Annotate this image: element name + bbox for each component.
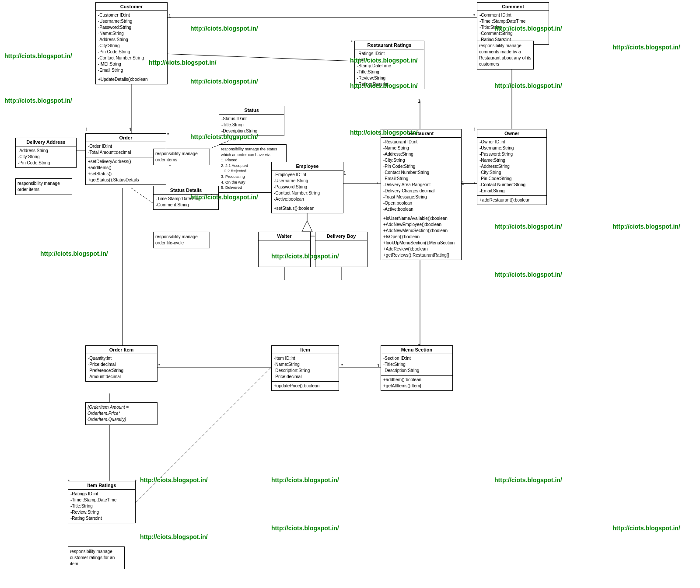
order-item-note: {OrderItem.Amount = OrderItem.Price* Ord… [85, 402, 158, 425]
watermark-6: http://ciots.blogspot.in/ [190, 194, 258, 201]
waiter-title: Waiter [259, 232, 310, 240]
comment-note: responsibility manage comments made by a… [477, 41, 534, 70]
mult-comment-star: * [473, 13, 475, 18]
watermark-21: http://ciots.blogspot.in/ [271, 525, 339, 532]
status-box: Status -Status ID:int -Title:String -Des… [219, 106, 284, 136]
watermark-9: http://ciots.blogspot.in/ [350, 82, 418, 89]
customer-methods: +UpdateDetails():boolean [96, 75, 167, 84]
item-ratings-box: Item Ratings -Ratings ID:int -Time :Stam… [68, 481, 136, 523]
status-title: Status [219, 106, 284, 115]
order-item-title: Order Item [86, 346, 157, 354]
watermark-14: http://ciots.blogspot.in/ [494, 82, 562, 89]
item-box: Item -Item ID:int -Name:String -Descript… [271, 345, 339, 391]
delivery-address-box: Delivery Address -Address:String -City:S… [15, 138, 77, 168]
watermark-2: http://ciots.blogspot.in/ [4, 97, 72, 104]
delivery-address-note: responsibility manage order items [15, 178, 72, 195]
watermark-18: http://ciots.blogspot.in/ [612, 223, 680, 230]
customer-title: Customer [96, 3, 167, 11]
order-item-box: Order Item -Quantity:int -Price:decimal … [85, 345, 158, 382]
menu-section-attributes: -Section ID:int -Title:String -Descripti… [381, 354, 452, 375]
mult-employee-1: 1 [343, 170, 346, 176]
watermark-5: http://ciots.blogspot.in/ [190, 133, 258, 140]
watermark-8: http://ciots.blogspot.in/ [40, 250, 108, 257]
watermark-22: http://ciots.blogspot.in/ [494, 477, 562, 484]
svg-marker-12 [302, 221, 312, 232]
watermark-3: http://ciots.blogspot.in/ [190, 25, 258, 32]
employee-box: Employee -Employee ID:int -Username:Stri… [271, 162, 343, 213]
owner-attributes: -Owner ID:int -Username:String -Password… [477, 138, 546, 195]
mult-order-1: 1 [129, 127, 132, 132]
svg-line-4 [131, 188, 153, 203]
watermark-19: http://ciots.blogspot.in/ [140, 477, 208, 484]
employee-attributes: -Employee ID:int -Username:String -Passw… [272, 170, 343, 204]
restaurant-box: Restaurant -Restaurant ID:int -Name:Stri… [381, 129, 462, 260]
item-ratings-note: responsibility manage customer ratings f… [68, 546, 125, 569]
comment-box: Comment -Comment ID:int -Time :Stamp:Dat… [477, 2, 549, 45]
mult-restaurant-ratings-star: * [351, 39, 353, 45]
watermark-17: http://ciots.blogspot.in/ [612, 44, 680, 51]
owner-title: Owner [477, 129, 546, 138]
mult-customer-order: 1 [168, 13, 171, 18]
menu-section-box: Menu Section -Section ID:int -Title:Stri… [381, 345, 453, 391]
item-title: Item [272, 346, 339, 354]
watermark-4: http://ciots.blogspot.in/ [190, 78, 258, 85]
menu-section-methods: +addItem():boolean +getAllItems():Item[] [381, 375, 452, 390]
mult-restaurantratings-1: 1 [418, 98, 420, 104]
owner-box: Owner -Owner ID:int -Username:String -Pa… [477, 129, 547, 205]
employee-methods: +setStatus():boolean [272, 204, 343, 213]
employee-title: Employee [272, 162, 343, 170]
mult-order-status-star: * [167, 132, 169, 137]
restaurant-methods: +IsUserNameAvailable():boolean +AddNewEm… [381, 214, 461, 260]
delivery-address-title: Delivery Address [16, 138, 76, 146]
item-ratings-attributes: -Ratings ID:int -Time :Stamp:DateTime -T… [68, 490, 135, 523]
restaurant-ratings-title: Restaurant Ratings [355, 41, 424, 49]
status-attributes: -Status ID:int -Title:String -Descriptio… [219, 115, 284, 136]
mult-comment-restaurant-1: 1 [473, 127, 476, 132]
order-title: Order [86, 134, 166, 142]
item-attributes: -Item ID:int -Name:String -Description:S… [272, 354, 339, 381]
item-ratings-title: Item Ratings [68, 481, 135, 490]
delivery-boy-title: Delivery Boy [315, 232, 367, 240]
mult-order-star: 1 [85, 127, 88, 132]
comment-title: Comment [477, 3, 549, 11]
owner-methods: +addRestaurant():boolean [477, 195, 546, 205]
menu-section-title: Menu Section [381, 346, 452, 354]
restaurant-attributes: -Restaurant ID:int -Name:String -Address… [381, 138, 461, 214]
order-note: responsibility manage order items [153, 149, 210, 165]
watermark-11: http://ciots.blogspot.in/ [350, 57, 418, 64]
order-item-attributes: -Quantity:int -Price:decimal -Preference… [86, 354, 157, 381]
watermark-12: http://ciots.blogspot.in/ [350, 129, 418, 136]
diagram-container: 1 * * 1 1 * * * 1 * * * 1 * * * * 1 1 * … [0, 0, 700, 588]
watermark-23: http://ciots.blogspot.in/ [612, 525, 680, 532]
watermark-24: http://ciots.blogspot.in/ [140, 533, 208, 540]
mult-owner-1: 1 [462, 181, 464, 186]
delivery-address-attributes: -Address:String -City:String -Pin Code:S… [16, 146, 76, 167]
customer-box: Customer -Customer ID:int -Username:Stri… [95, 2, 168, 84]
watermark-10: http://ciots.blogspot.in/ [149, 59, 217, 66]
waiter-box: Waiter [258, 232, 311, 267]
watermark-13: http://ciots.blogspot.in/ [494, 25, 562, 32]
watermark-20: http://ciots.blogspot.in/ [271, 477, 339, 484]
mult-item-star: * [341, 363, 343, 368]
delivery-boy-box: Delivery Boy [315, 232, 368, 267]
mult-orderitem-item-star: * [158, 363, 160, 368]
watermark-7: http://ciots.blogspot.in/ [271, 253, 339, 260]
mult-owner-restaurant-star: * [473, 181, 475, 187]
watermark-16: http://ciots.blogspot.in/ [494, 271, 562, 278]
watermark-1: http://ciots.blogspot.in/ [4, 52, 72, 59]
mult-menu-item-1: 1 [377, 363, 380, 368]
watermark-15: http://ciots.blogspot.in/ [494, 223, 562, 230]
item-methods: +updatePrice():boolean [272, 381, 339, 390]
status-details-note: responsibility manage order life-cycle [153, 232, 210, 248]
mult-employee-restaurant-star: * [376, 181, 378, 187]
